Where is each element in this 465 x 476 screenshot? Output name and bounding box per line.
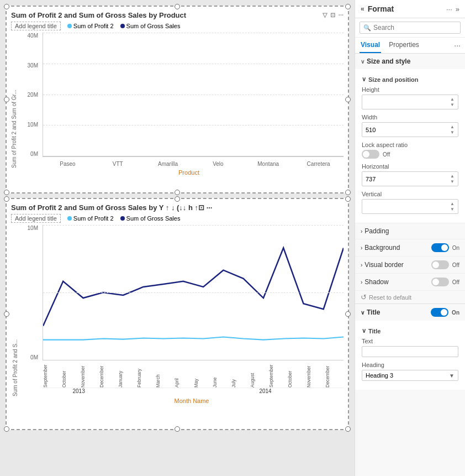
- handle-br[interactable]: [345, 190, 351, 195]
- section-visual-border[interactable]: › Visual border Off: [355, 257, 465, 274]
- field-height: Height ▲▼: [362, 86, 458, 109]
- field-height-label: Height: [362, 86, 458, 93]
- height-input[interactable]: [366, 99, 437, 106]
- title-toggle[interactable]: [431, 308, 448, 317]
- heading-value: Heading 3: [366, 372, 393, 379]
- vertical-input[interactable]: [366, 203, 437, 210]
- handle2-tr[interactable]: [345, 196, 351, 202]
- field-horizontal-input[interactable]: ▲▼: [362, 171, 458, 186]
- tab-visual[interactable]: Visual: [360, 38, 381, 53]
- chevron-right-icon-vb: ›: [361, 262, 362, 268]
- x-label-paseo: Paseo: [43, 161, 93, 167]
- expand-icon[interactable]: ⊡: [330, 12, 335, 19]
- legend2-item-profit2: Sum of Profit 2: [67, 215, 114, 222]
- section-padding[interactable]: › Padding: [355, 223, 465, 239]
- year-label-2013: 2013: [73, 388, 85, 394]
- field-lock-label: Lock aspect ratio: [362, 142, 458, 148]
- field-vertical-input[interactable]: ▲▼: [362, 199, 458, 214]
- more-icon[interactable]: ···: [339, 12, 344, 19]
- heading-dropdown[interactable]: Heading 3 ▼: [362, 370, 458, 381]
- year-label-2014: 2014: [259, 388, 271, 394]
- handle-bm[interactable]: [175, 190, 180, 195]
- section-size-style-header[interactable]: ∨ Size and style: [355, 54, 465, 69]
- legend2-add-label[interactable]: Add legend title: [11, 214, 61, 223]
- legend2-item-gross: Sum of Gross Sales: [120, 215, 181, 222]
- search-input[interactable]: [373, 24, 457, 32]
- legend-item-gross: Sum of Gross Sales: [120, 23, 181, 29]
- field-width-label: Width: [362, 114, 458, 121]
- chevron-down-icon-title: ∨: [361, 310, 364, 316]
- x-label-vtt: VTT: [93, 161, 143, 167]
- field-vertical-label: Vertical: [362, 191, 458, 197]
- legend-dot-gross: [120, 24, 125, 28]
- handle-bl[interactable]: [4, 190, 9, 195]
- bar-chart-wrapper: Sum of Profit 2 and Sum of Gr... 40M 30M…: [11, 33, 344, 168]
- search-input-wrapper[interactable]: 🔍: [360, 22, 461, 34]
- lock-aspect-toggle[interactable]: Off: [362, 150, 458, 159]
- panel-collapse-icon[interactable]: «: [361, 5, 364, 13]
- line-chart-container[interactable]: Sum of Profit 2 and Sum of Gross Sales b…: [6, 198, 349, 430]
- section-size-style: ∨ Size and style ∨ Size and position Hei…: [355, 54, 465, 223]
- chart1-title: Sum of Profit 2 and Sum of Gross Sales b…: [11, 11, 344, 19]
- reset-to-default-button[interactable]: ↺ Reset to default: [355, 291, 465, 304]
- handle2-mr[interactable]: [345, 311, 351, 317]
- handle-mr[interactable]: [345, 97, 351, 102]
- y-axis-label-1: Sum of Profit 2 and Sum of Gr...: [11, 33, 18, 168]
- chart2-x-axis-title: Month Name: [40, 397, 344, 404]
- field-title-text-input[interactable]: [362, 346, 458, 357]
- width-spinner[interactable]: ▲▼: [450, 124, 455, 135]
- horizontal-input[interactable]: [366, 176, 437, 182]
- shadow-toggle[interactable]: [431, 278, 449, 286]
- handle-tr[interactable]: [345, 4, 351, 9]
- legend-add-label[interactable]: Add legend title: [11, 22, 61, 30]
- legend-dot-profit2: [67, 24, 72, 28]
- field-width-input[interactable]: ▲▼: [362, 122, 458, 137]
- lock-aspect-toggle-control[interactable]: [362, 150, 379, 159]
- vertical-spinner[interactable]: ▲▼: [450, 201, 455, 212]
- handle2-bl[interactable]: [4, 426, 9, 432]
- legend-item-profit2: Sum of Profit 2: [67, 23, 114, 29]
- horizontal-spinner[interactable]: ▲▼: [450, 174, 455, 184]
- chevron-down-icon: ∨: [361, 59, 364, 65]
- chart1-legend: Add legend title Sum of Profit 2 Sum of …: [11, 22, 344, 30]
- section-background[interactable]: › Background On: [355, 239, 465, 257]
- field-height-input[interactable]: ▲▼: [362, 95, 458, 109]
- width-input[interactable]: [366, 127, 437, 133]
- y-axis-label-2: Sum of Profit 2 and S...: [11, 225, 19, 396]
- field-horizontal-label: Horizontal: [362, 163, 458, 170]
- title-sub-header[interactable]: ∨ Title: [362, 325, 458, 338]
- tab-properties[interactable]: Properties: [388, 38, 420, 53]
- panel-more-icon[interactable]: ···: [446, 5, 452, 13]
- background-toggle[interactable]: [431, 243, 449, 252]
- handle2-bm[interactable]: [175, 426, 180, 432]
- tab-more[interactable]: ···: [454, 41, 461, 50]
- filter-icon[interactable]: ▽: [323, 12, 327, 19]
- handle-tm[interactable]: [175, 4, 180, 9]
- title-text-input[interactable]: [366, 348, 455, 355]
- chart1-title-icons: ▽ ⊡ ···: [323, 12, 344, 19]
- section-shadow[interactable]: › Shadow Off: [355, 274, 465, 291]
- handle2-ml[interactable]: [4, 311, 9, 317]
- handle2-tm[interactable]: [175, 196, 180, 202]
- right-panel: ▷ Filters « Format ··· » 🔍 Visual Proper…: [355, 0, 465, 476]
- subsection-size-position-header[interactable]: ∨ Size and position: [362, 74, 458, 86]
- title-subsection-body: ∨ Title Text Heading Heading 3 ▼: [355, 321, 465, 390]
- chart2-legend: Add legend title Sum of Profit 2 Sum of …: [11, 214, 344, 223]
- handle-tl[interactable]: [4, 4, 9, 9]
- line-profit2: [43, 337, 344, 340]
- bar-chart-container[interactable]: Sum of Profit 2 and Sum of Gross Sales b…: [6, 6, 349, 193]
- line-gross-sales: [43, 248, 344, 326]
- panel-content: ∨ Size and style ∨ Size and position Hei…: [355, 54, 465, 476]
- x-label-montana: Montana: [243, 161, 293, 167]
- chevron-down-icon-2: ∨: [362, 76, 366, 83]
- search-icon: 🔍: [363, 24, 371, 32]
- title-section-header[interactable]: ∨ Title On: [355, 304, 465, 321]
- chart1-x-axis-title: Product: [34, 169, 344, 176]
- visual-border-toggle[interactable]: [431, 260, 449, 269]
- handle2-br[interactable]: [345, 426, 351, 432]
- height-spinner[interactable]: ▲▼: [450, 97, 455, 107]
- panel-expand-icon[interactable]: »: [456, 5, 459, 13]
- x-label-velo: Velo: [193, 161, 243, 167]
- handle2-tl[interactable]: [4, 196, 9, 202]
- handle-ml[interactable]: [4, 97, 9, 102]
